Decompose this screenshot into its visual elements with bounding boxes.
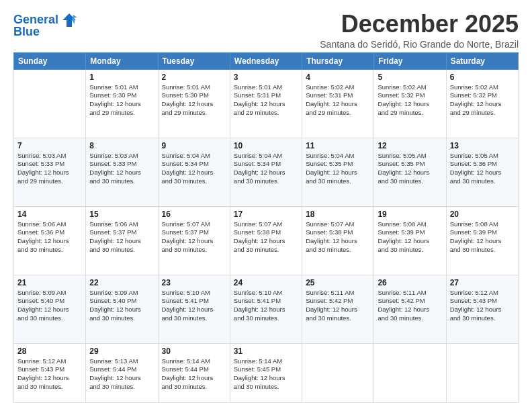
calendar-cell: 21Sunrise: 5:09 AM Sunset: 5:40 PM Dayli… [14,275,86,343]
day-info: Sunrise: 5:03 AM Sunset: 5:33 PM Dayligh… [89,152,154,186]
week-row: 7Sunrise: 5:03 AM Sunset: 5:33 PM Daylig… [14,138,519,206]
calendar-cell: 20Sunrise: 5:08 AM Sunset: 5:39 PM Dayli… [446,206,518,275]
col-header-sunday: Sunday [14,52,86,69]
day-number: 14 [17,210,82,219]
week-row: 28Sunrise: 5:12 AM Sunset: 5:43 PM Dayli… [14,343,519,402]
day-number: 17 [234,210,298,219]
calendar-cell: 4Sunrise: 5:02 AM Sunset: 5:31 PM Daylig… [302,69,374,138]
day-number: 15 [89,210,154,219]
day-info: Sunrise: 5:02 AM Sunset: 5:31 PM Dayligh… [306,83,370,118]
day-number: 1 [89,73,154,82]
day-info: Sunrise: 5:01 AM Sunset: 5:31 PM Dayligh… [234,83,298,118]
calendar-cell: 16Sunrise: 5:07 AM Sunset: 5:37 PM Dayli… [158,206,230,275]
calendar-cell: 2Sunrise: 5:01 AM Sunset: 5:30 PM Daylig… [158,69,230,138]
day-number: 30 [162,347,226,356]
day-info: Sunrise: 5:12 AM Sunset: 5:43 PM Dayligh… [450,289,515,323]
calendar-header: SundayMondayTuesdayWednesdayThursdayFrid… [14,52,519,69]
day-number: 22 [89,278,154,287]
day-info: Sunrise: 5:11 AM Sunset: 5:42 PM Dayligh… [306,289,370,323]
title-block: December 2025 Santana do Seridó, Rio Gra… [320,11,519,50]
calendar-cell: 30Sunrise: 5:14 AM Sunset: 5:44 PM Dayli… [158,343,230,402]
calendar-cell: 11Sunrise: 5:04 AM Sunset: 5:35 PM Dayli… [302,138,374,206]
calendar-cell [302,343,374,402]
day-info: Sunrise: 5:04 AM Sunset: 5:34 PM Dayligh… [234,152,298,186]
day-number: 12 [378,141,442,150]
day-info: Sunrise: 5:09 AM Sunset: 5:40 PM Dayligh… [17,289,82,323]
day-info: Sunrise: 5:06 AM Sunset: 5:36 PM Dayligh… [17,220,82,255]
week-row: 1Sunrise: 5:01 AM Sunset: 5:30 PM Daylig… [14,69,519,138]
calendar-cell: 1Sunrise: 5:01 AM Sunset: 5:30 PM Daylig… [86,69,158,138]
day-info: Sunrise: 5:14 AM Sunset: 5:45 PM Dayligh… [234,357,298,392]
header: General Blue December 2025 Santana do Se… [13,11,519,50]
calendar-cell: 25Sunrise: 5:11 AM Sunset: 5:42 PM Dayli… [302,275,374,343]
day-info: Sunrise: 5:10 AM Sunset: 5:41 PM Dayligh… [234,289,298,323]
day-number: 5 [378,73,442,82]
calendar-cell: 26Sunrise: 5:11 AM Sunset: 5:42 PM Dayli… [374,275,446,343]
calendar-cell: 29Sunrise: 5:13 AM Sunset: 5:44 PM Dayli… [86,343,158,402]
calendar-cell [374,343,446,402]
calendar-cell: 14Sunrise: 5:06 AM Sunset: 5:36 PM Dayli… [14,206,86,275]
col-header-friday: Friday [374,52,446,69]
calendar-cell: 24Sunrise: 5:10 AM Sunset: 5:41 PM Dayli… [230,275,302,343]
calendar-cell [446,343,518,402]
day-info: Sunrise: 5:08 AM Sunset: 5:39 PM Dayligh… [378,220,442,255]
day-info: Sunrise: 5:04 AM Sunset: 5:35 PM Dayligh… [306,152,370,186]
day-number: 28 [17,347,82,356]
day-info: Sunrise: 5:02 AM Sunset: 5:32 PM Dayligh… [378,83,442,118]
day-info: Sunrise: 5:13 AM Sunset: 5:44 PM Dayligh… [89,357,154,392]
day-info: Sunrise: 5:08 AM Sunset: 5:39 PM Dayligh… [450,220,515,255]
day-info: Sunrise: 5:10 AM Sunset: 5:41 PM Dayligh… [162,289,226,323]
day-number: 20 [450,210,515,219]
calendar-cell: 10Sunrise: 5:04 AM Sunset: 5:34 PM Dayli… [230,138,302,206]
day-number: 21 [17,278,82,287]
logo-icon [60,11,79,30]
day-number: 18 [306,210,370,219]
logo: General Blue [13,11,79,39]
col-header-thursday: Thursday [302,52,374,69]
calendar-cell: 27Sunrise: 5:12 AM Sunset: 5:43 PM Dayli… [446,275,518,343]
day-number: 11 [306,141,370,150]
col-header-tuesday: Tuesday [158,52,230,69]
day-info: Sunrise: 5:05 AM Sunset: 5:36 PM Dayligh… [450,152,515,186]
col-header-saturday: Saturday [446,52,518,69]
logo-text-blue: Blue [13,26,40,39]
day-info: Sunrise: 5:06 AM Sunset: 5:37 PM Dayligh… [89,220,154,255]
day-number: 29 [89,347,154,356]
day-number: 27 [450,278,515,287]
calendar-table: SundayMondayTuesdayWednesdayThursdayFrid… [13,52,519,403]
calendar-cell: 19Sunrise: 5:08 AM Sunset: 5:39 PM Dayli… [374,206,446,275]
day-number: 4 [306,73,370,82]
day-info: Sunrise: 5:12 AM Sunset: 5:43 PM Dayligh… [17,357,82,392]
day-info: Sunrise: 5:07 AM Sunset: 5:37 PM Dayligh… [162,220,226,255]
calendar-cell: 18Sunrise: 5:07 AM Sunset: 5:38 PM Dayli… [302,206,374,275]
day-number: 7 [17,141,82,150]
calendar-cell: 7Sunrise: 5:03 AM Sunset: 5:33 PM Daylig… [14,138,86,206]
calendar-cell: 15Sunrise: 5:06 AM Sunset: 5:37 PM Dayli… [86,206,158,275]
day-number: 24 [234,278,298,287]
col-header-monday: Monday [86,52,158,69]
calendar-cell: 6Sunrise: 5:02 AM Sunset: 5:32 PM Daylig… [446,69,518,138]
day-info: Sunrise: 5:03 AM Sunset: 5:33 PM Dayligh… [17,152,82,186]
calendar-cell: 8Sunrise: 5:03 AM Sunset: 5:33 PM Daylig… [86,138,158,206]
calendar-cell: 12Sunrise: 5:05 AM Sunset: 5:35 PM Dayli… [374,138,446,206]
day-info: Sunrise: 5:07 AM Sunset: 5:38 PM Dayligh… [306,220,370,255]
calendar-cell: 28Sunrise: 5:12 AM Sunset: 5:43 PM Dayli… [14,343,86,402]
day-number: 23 [162,278,226,287]
day-info: Sunrise: 5:11 AM Sunset: 5:42 PM Dayligh… [378,289,442,323]
day-number: 19 [378,210,442,219]
calendar-cell: 5Sunrise: 5:02 AM Sunset: 5:32 PM Daylig… [374,69,446,138]
day-info: Sunrise: 5:07 AM Sunset: 5:38 PM Dayligh… [234,220,298,255]
day-number: 26 [378,278,442,287]
day-number: 31 [234,347,298,356]
calendar-cell: 23Sunrise: 5:10 AM Sunset: 5:41 PM Dayli… [158,275,230,343]
day-info: Sunrise: 5:09 AM Sunset: 5:40 PM Dayligh… [89,289,154,323]
calendar-cell: 9Sunrise: 5:04 AM Sunset: 5:34 PM Daylig… [158,138,230,206]
calendar-body: 1Sunrise: 5:01 AM Sunset: 5:30 PM Daylig… [14,69,519,402]
week-row: 14Sunrise: 5:06 AM Sunset: 5:36 PM Dayli… [14,206,519,275]
day-info: Sunrise: 5:05 AM Sunset: 5:35 PM Dayligh… [378,152,442,186]
day-number: 6 [450,73,515,82]
calendar-cell [14,69,86,138]
day-info: Sunrise: 5:14 AM Sunset: 5:44 PM Dayligh… [162,357,226,392]
calendar-cell: 3Sunrise: 5:01 AM Sunset: 5:31 PM Daylig… [230,69,302,138]
day-number: 8 [89,141,154,150]
